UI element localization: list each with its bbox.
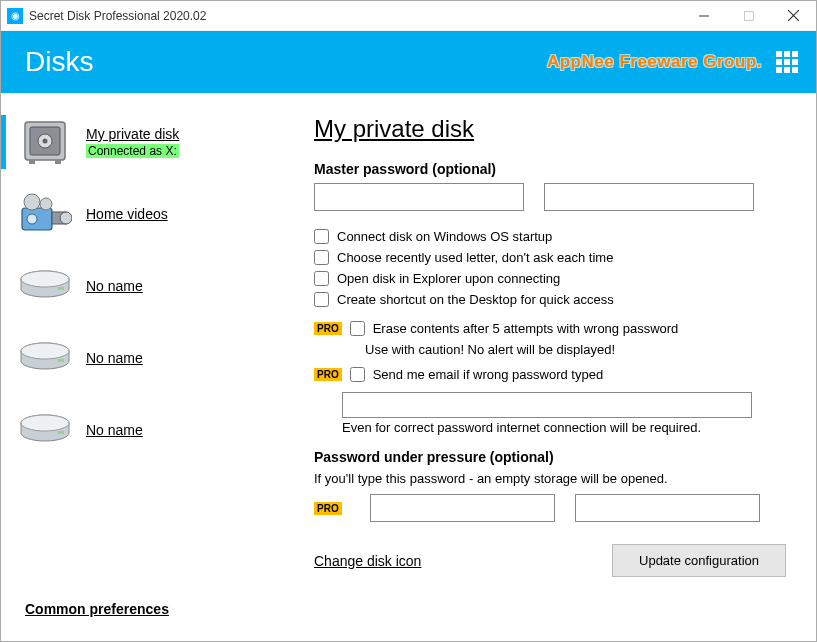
window-title: Secret Disk Professional 2020.02: [29, 9, 681, 23]
email-checkbox[interactable]: [350, 367, 365, 382]
disk-item-private[interactable]: My private disk Connected as X:: [1, 111, 296, 173]
email-label: Send me email if wrong password typed: [373, 367, 604, 382]
titlebar: ◉ Secret Disk Professional 2020.02: [1, 1, 816, 31]
master-password-label: Master password (optional): [314, 161, 786, 177]
svg-point-12: [60, 212, 72, 224]
safe-icon: [16, 119, 74, 165]
minimize-button[interactable]: [681, 1, 726, 31]
drive-icon: [16, 407, 74, 453]
change-disk-icon-link[interactable]: Change disk icon: [314, 553, 421, 569]
open-explorer-label: Open disk in Explorer upon connecting: [337, 271, 560, 286]
disk-item-noname-1[interactable]: No name: [1, 255, 296, 317]
open-explorer-checkbox[interactable]: [314, 271, 329, 286]
pro-badge: PRO: [314, 368, 342, 381]
svg-point-14: [40, 198, 52, 210]
svg-rect-9: [55, 160, 61, 164]
close-button[interactable]: [771, 1, 816, 31]
disk-item-noname-2[interactable]: No name: [1, 327, 296, 389]
svg-rect-8: [29, 160, 35, 164]
svg-rect-18: [58, 287, 64, 290]
svg-rect-1: [744, 11, 753, 20]
erase-hint: Use with caution! No alert will be displ…: [365, 342, 786, 357]
pro-badge: PRO: [314, 322, 342, 335]
common-preferences-link[interactable]: Common preferences: [25, 601, 296, 617]
header: Disks AppNee Freeware Group.: [1, 31, 816, 93]
recent-letter-checkbox[interactable]: [314, 250, 329, 265]
disk-status: Connected as X:: [86, 144, 179, 158]
erase-label: Erase contents after 5 attempts with wro…: [373, 321, 679, 336]
pup-label: Password under pressure (optional): [314, 449, 786, 465]
startup-checkbox[interactable]: [314, 229, 329, 244]
recent-letter-label: Choose recently used letter, don't ask e…: [337, 250, 613, 265]
svg-point-20: [21, 343, 69, 359]
disk-name[interactable]: Home videos: [86, 206, 168, 222]
disk-name[interactable]: No name: [86, 278, 143, 294]
svg-point-17: [21, 271, 69, 287]
pup-password-input[interactable]: [370, 494, 555, 522]
disk-list: My private disk Connected as X:: [1, 111, 296, 601]
disk-name[interactable]: My private disk: [86, 126, 179, 142]
camcorder-icon: [16, 191, 74, 237]
main-panel: My private disk Master password (optiona…: [296, 93, 816, 641]
app-icon: ◉: [7, 8, 23, 24]
svg-rect-21: [58, 359, 64, 362]
disk-name[interactable]: No name: [86, 422, 143, 438]
pro-badge: PRO: [314, 502, 342, 515]
drive-icon: [16, 263, 74, 309]
master-password-input[interactable]: [314, 183, 524, 211]
pup-password-confirm-input[interactable]: [575, 494, 760, 522]
update-configuration-button[interactable]: Update configuration: [612, 544, 786, 577]
email-note: Even for correct password internet conne…: [342, 420, 786, 435]
svg-point-13: [24, 194, 40, 210]
panel-title: My private disk: [314, 115, 786, 143]
disk-name[interactable]: No name: [86, 350, 143, 366]
shortcut-label: Create shortcut on the Desktop for quick…: [337, 292, 614, 307]
shortcut-checkbox[interactable]: [314, 292, 329, 307]
disk-item-videos[interactable]: Home videos: [1, 183, 296, 245]
brand-label: AppNee Freeware Group.: [547, 52, 762, 72]
maximize-button[interactable]: [726, 1, 771, 31]
pup-description: If you'll type this password - an empty …: [314, 471, 786, 486]
svg-rect-24: [58, 431, 64, 434]
content: My private disk Connected as X:: [1, 93, 816, 641]
window-controls: [681, 1, 816, 31]
disk-item-noname-3[interactable]: No name: [1, 399, 296, 461]
header-title: Disks: [25, 46, 547, 78]
svg-point-15: [27, 214, 37, 224]
drive-icon: [16, 335, 74, 381]
master-password-confirm-input[interactable]: [544, 183, 754, 211]
email-input[interactable]: [342, 392, 752, 418]
erase-checkbox[interactable]: [350, 321, 365, 336]
svg-point-23: [21, 415, 69, 431]
svg-point-7: [43, 139, 48, 144]
sidebar: My private disk Connected as X:: [1, 93, 296, 641]
apps-grid-icon[interactable]: [776, 51, 798, 73]
startup-label: Connect disk on Windows OS startup: [337, 229, 552, 244]
